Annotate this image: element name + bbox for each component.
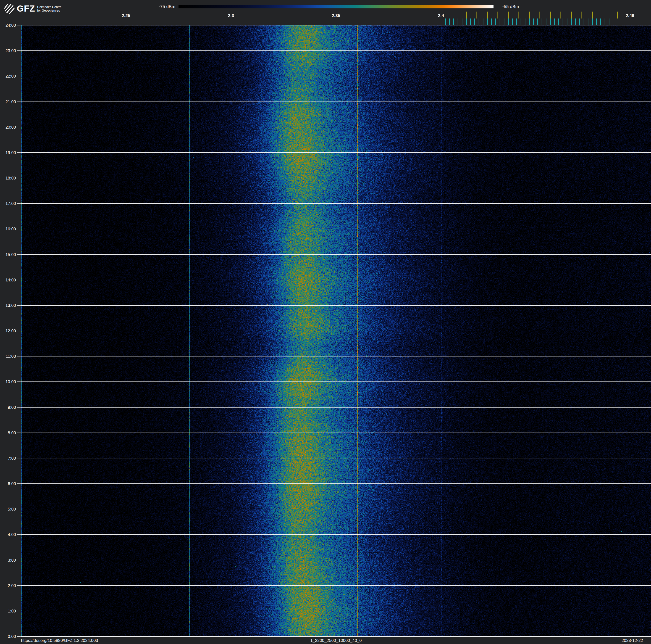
channel-tick-cyan (487, 19, 488, 25)
time-tick-label: 6:00 (0, 481, 16, 486)
freq-minor-tick (630, 19, 630, 25)
hour-gridline (21, 51, 651, 51)
tagline-line1: Helmholtz Centre (37, 5, 62, 9)
hour-gridline (21, 254, 651, 255)
channel-tick-yellow (519, 11, 519, 19)
freq-minor-tick (273, 19, 273, 25)
hour-gridline (21, 331, 651, 331)
channel-tick-cyan (512, 19, 513, 25)
time-tick-label: 19:00 (0, 150, 16, 155)
plot-top-axis-line (21, 25, 651, 25)
dataset-id-label: 1_2200_2500_10000_40_0 (310, 638, 362, 643)
freq-minor-tick (441, 19, 441, 25)
time-tick-label: 22:00 (0, 74, 16, 79)
time-tick-label: 20:00 (0, 125, 16, 129)
hour-gridline (21, 407, 651, 408)
time-tick-label: 11:00 (0, 354, 16, 359)
channel-tick-cyan (529, 19, 530, 25)
channel-tick-yellow (571, 11, 571, 19)
hour-gridline (21, 484, 651, 484)
time-tick-dash (17, 585, 21, 586)
channel-tick-cyan (554, 19, 555, 25)
time-tick-dash (17, 381, 21, 382)
freq-minor-tick (294, 19, 294, 25)
freq-minor-tick (399, 19, 399, 25)
hour-gridline (21, 381, 651, 382)
freq-minor-tick (378, 19, 378, 25)
freq-minor-tick (420, 19, 420, 25)
time-tick-label: 17:00 (0, 201, 16, 206)
time-tick-label: 13:00 (0, 303, 16, 308)
freq-minor-tick (42, 19, 42, 25)
channel-tick-cyan (571, 19, 571, 25)
channel-tick-cyan (491, 19, 492, 25)
doi-label: https://doi.org/10.5880/GFZ.1.2.2024.003 (21, 638, 98, 643)
channel-tick-cyan (462, 19, 462, 25)
time-tick-label: 24:00 (0, 23, 16, 28)
time-tick-label: 2:00 (0, 583, 16, 588)
freq-minor-tick (315, 19, 315, 25)
time-tick-dash (17, 484, 21, 484)
time-tick-dash (17, 636, 21, 637)
time-tick-label: 18:00 (0, 176, 16, 180)
channel-tick-cyan (517, 19, 517, 25)
channel-tick-cyan (466, 19, 467, 25)
time-tick-label: 8:00 (0, 430, 16, 435)
channel-tick-yellow (550, 11, 551, 19)
time-tick-label: 3:00 (0, 558, 16, 562)
time-tick-dash (17, 127, 21, 127)
plot-bottom-axis-line (21, 636, 651, 637)
channel-tick-cyan (567, 19, 567, 25)
freq-minor-tick (126, 19, 126, 25)
channel-tick-cyan (508, 19, 508, 25)
time-tick-label: 7:00 (0, 456, 16, 461)
channel-tick-cyan (609, 19, 610, 25)
channel-tick-cyan (483, 19, 484, 25)
freq-tick-label: 2.4 (438, 13, 444, 18)
channel-tick-cyan (474, 19, 475, 25)
freq-tick-label: 2.3 (228, 13, 234, 18)
channel-tick-yellow (539, 11, 540, 19)
time-tick-dash (17, 254, 21, 255)
channel-tick-cyan (525, 19, 525, 25)
hour-gridline (21, 458, 651, 459)
tagline-line2: for Geosciences (37, 9, 62, 12)
hour-gridline (21, 280, 651, 280)
channel-tick-yellow (476, 11, 477, 19)
freq-minor-tick (210, 19, 210, 25)
hour-gridline (21, 152, 651, 153)
time-tick-dash (17, 407, 21, 408)
channel-tick-cyan (521, 19, 521, 25)
hour-gridline (21, 127, 651, 127)
time-tick-dash (17, 534, 21, 535)
hour-gridline (21, 356, 651, 356)
channel-tick-cyan (563, 19, 563, 25)
time-tick-dash (17, 25, 21, 25)
time-tick-dash (17, 280, 21, 280)
channel-tick-cyan (600, 19, 601, 25)
hour-gridline (21, 534, 651, 535)
hour-gridline (21, 229, 651, 229)
hour-gridline (21, 76, 651, 76)
freq-minor-tick (357, 19, 357, 25)
freq-tick-label: 2.35 (332, 13, 340, 18)
time-tick-dash (17, 101, 21, 102)
hour-gridline (21, 585, 651, 586)
time-tick-dash (17, 229, 21, 229)
channel-tick-cyan (454, 19, 454, 25)
freq-minor-tick (189, 19, 189, 25)
hour-gridline (21, 509, 651, 509)
time-tick-dash (17, 509, 21, 509)
channel-tick-yellow (487, 11, 488, 19)
channel-tick-cyan (504, 19, 504, 25)
time-tick-dash (17, 76, 21, 76)
time-tick-label: 12:00 (0, 328, 16, 333)
freq-minor-tick (231, 19, 231, 25)
hour-gridline (21, 433, 651, 433)
time-tick-label: 21:00 (0, 99, 16, 104)
time-tick-label: 15:00 (0, 252, 16, 257)
channel-tick-cyan (541, 19, 542, 25)
colorbar-max-label: -55 dBm (502, 4, 519, 9)
hour-gridline (21, 203, 651, 204)
time-tick-label: 10:00 (0, 379, 16, 384)
